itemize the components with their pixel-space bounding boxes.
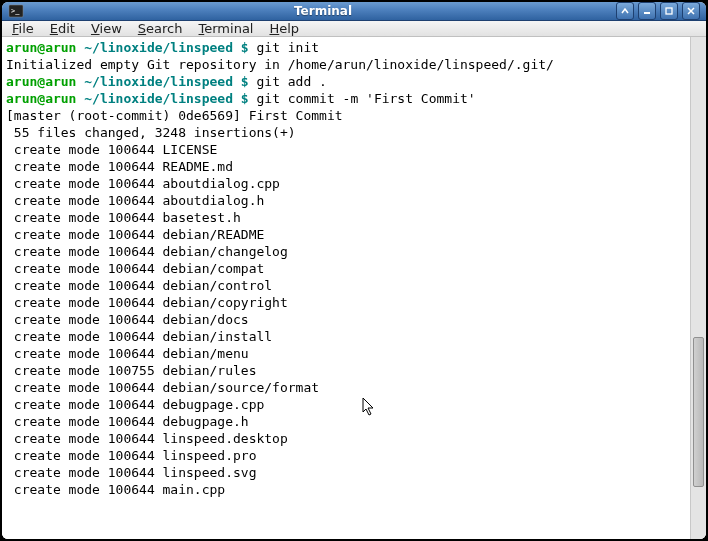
- window-title: Terminal: [30, 4, 616, 18]
- output-line: create mode 100644 main.cpp: [6, 481, 686, 498]
- prompt-line: arun@arun ~/linoxide/linspeed $ git add …: [6, 73, 686, 90]
- rollup-button[interactable]: [616, 2, 634, 20]
- prompt-line: arun@arun ~/linoxide/linspeed $ git comm…: [6, 90, 686, 107]
- output-line: create mode 100755 debian/rules: [6, 362, 686, 379]
- menu-view[interactable]: View: [91, 21, 122, 36]
- output-line: create mode 100644 debian/docs: [6, 311, 686, 328]
- output-line: create mode 100644 debian/control: [6, 277, 686, 294]
- output-line: create mode 100644 debian/copyright: [6, 294, 686, 311]
- menubar: File Edit View Search Terminal Help: [2, 21, 706, 37]
- menu-file[interactable]: File: [12, 21, 34, 36]
- output-line: create mode 100644 debian/source/format: [6, 379, 686, 396]
- output-line: create mode 100644 linspeed.desktop: [6, 430, 686, 447]
- output-line: [master (root-commit) 0de6569] First Com…: [6, 107, 686, 124]
- output-line: create mode 100644 basetest.h: [6, 209, 686, 226]
- maximize-button[interactable]: [660, 2, 678, 20]
- menu-edit[interactable]: Edit: [50, 21, 75, 36]
- output-line: create mode 100644 debugpage.h: [6, 413, 686, 430]
- output-line: Initialized empty Git repository in /hom…: [6, 56, 686, 73]
- scrollbar-thumb[interactable]: [693, 337, 704, 487]
- output-line: create mode 100644 aboutdialog.h: [6, 192, 686, 209]
- svg-rect-3: [666, 8, 672, 14]
- output-line: create mode 100644 aboutdialog.cpp: [6, 175, 686, 192]
- output-line: 55 files changed, 3248 insertions(+): [6, 124, 686, 141]
- terminal-output[interactable]: arun@arun ~/linoxide/linspeed $ git init…: [2, 37, 690, 539]
- output-line: create mode 100644 LICENSE: [6, 141, 686, 158]
- svg-rect-2: [644, 12, 650, 14]
- menu-help[interactable]: Help: [269, 21, 299, 36]
- output-line: create mode 100644 debian/install: [6, 328, 686, 345]
- output-line: create mode 100644 debian/menu: [6, 345, 686, 362]
- output-line: create mode 100644 debugpage.cpp: [6, 396, 686, 413]
- window-controls: [616, 2, 700, 20]
- terminal-area: arun@arun ~/linoxide/linspeed $ git init…: [2, 37, 706, 539]
- output-line: create mode 100644 README.md: [6, 158, 686, 175]
- titlebar[interactable]: >_ Terminal: [2, 2, 706, 21]
- scrollbar[interactable]: [690, 37, 706, 539]
- svg-text:>_: >_: [11, 7, 20, 15]
- terminal-icon: >_: [8, 3, 24, 19]
- output-line: create mode 100644 debian/changelog: [6, 243, 686, 260]
- menu-terminal[interactable]: Terminal: [199, 21, 254, 36]
- menu-search[interactable]: Search: [138, 21, 183, 36]
- close-button[interactable]: [682, 2, 700, 20]
- prompt-line: arun@arun ~/linoxide/linspeed $ git init: [6, 39, 686, 56]
- terminal-window: >_ Terminal File Edit View Search Termin…: [2, 2, 706, 539]
- output-line: create mode 100644 debian/README: [6, 226, 686, 243]
- output-line: create mode 100644 linspeed.svg: [6, 464, 686, 481]
- minimize-button[interactable]: [638, 2, 656, 20]
- output-line: create mode 100644 debian/compat: [6, 260, 686, 277]
- output-line: create mode 100644 linspeed.pro: [6, 447, 686, 464]
